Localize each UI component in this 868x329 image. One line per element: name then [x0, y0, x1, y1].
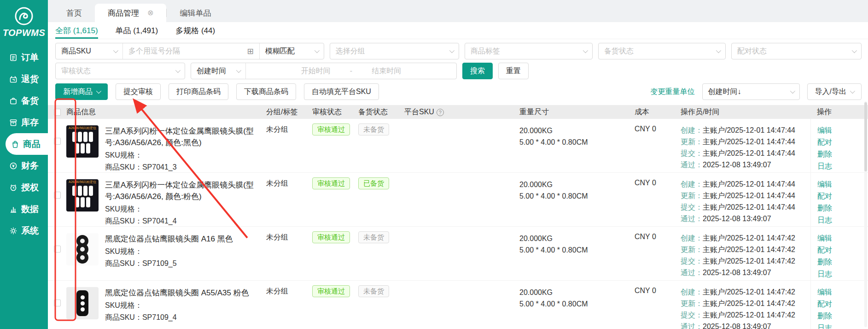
operator-value: 主账户/2025-12-01 14:47:42 [703, 311, 795, 319]
tag-select[interactable]: 商品标签 [465, 43, 593, 59]
sidebar-item-data[interactable]: 数据 [0, 198, 48, 220]
operator-label: 通过： [681, 161, 703, 169]
select-all-checkbox[interactable] [54, 109, 61, 116]
edit-link[interactable]: 编辑 [817, 286, 868, 298]
stock-status-badge: 未备货 [358, 285, 389, 297]
edit-link[interactable]: 编辑 [817, 178, 868, 190]
sidebar-item-products[interactable]: 商品 [6, 133, 48, 155]
pair-status-placeholder: 配对状态 [737, 47, 767, 56]
operator-value: 主账户/2025-12-01 14:47:44 [703, 138, 795, 146]
table-row: A26/36/56闪粉定位 三星A系列闪粉一体定位金属鹰眼镜头膜(型号:A36/… [48, 119, 868, 173]
scrollbar-thumb[interactable] [864, 102, 867, 171]
log-link[interactable]: 日志 [817, 214, 868, 226]
pair-link[interactable]: 配对 [817, 298, 868, 310]
main-area: 首页 商品管理 ⊗ 编辑单品 全部 (1,615) 单品 (1,491) 多规格… [48, 0, 868, 329]
row-checkbox[interactable] [54, 300, 61, 306]
stock-status-select[interactable]: 备货状态 [598, 43, 726, 59]
submit-audit-button[interactable]: 提交审核 [116, 83, 161, 100]
operator-label: 通过： [681, 215, 703, 223]
delete-link[interactable]: 删除 [817, 202, 868, 214]
pair-link[interactable]: 配对 [817, 244, 868, 256]
operator-value: 主账户/2025-12-01 14:47:42 [703, 300, 795, 307]
product-sku-value: SP7041_3 [142, 163, 177, 171]
sku-input[interactable] [128, 47, 244, 55]
inventory-icon [9, 118, 17, 127]
header-audit-status: 审核状态 [312, 107, 358, 117]
sidebar-item-inventory[interactable]: 库存 [0, 112, 48, 133]
sidebar: TOPWMS 订单 退货 备货 [0, 0, 48, 329]
date-range-input[interactable]: 开始时间 - 结束时间 [245, 63, 456, 79]
delete-link[interactable]: 删除 [817, 256, 868, 268]
pair-status-select[interactable]: 配对状态 [731, 43, 862, 59]
print-barcode-button[interactable]: 打印商品条码 [169, 83, 228, 100]
tab-edit-single-product[interactable]: 编辑单品 [167, 4, 224, 22]
table-row: A26/36/56闪粉定位 三星A系列闪粉一体定位金属鹰眼镜头膜(型号:A36/… [48, 173, 868, 227]
sku-type-select[interactable]: 商品SKU [56, 43, 122, 59]
operator-value: 主账户/2025-12-01 14:47:44 [703, 192, 795, 200]
log-link[interactable]: 日志 [817, 160, 868, 172]
sidebar-item-stock-prep[interactable]: 备货 [0, 90, 48, 112]
match-mode-select[interactable]: 模糊匹配 [259, 43, 324, 59]
close-tab-icon[interactable]: ⊗ [147, 9, 153, 17]
stock-status-cell: 已备货 [358, 173, 404, 226]
change-weight-unit-link[interactable]: 变更重量单位 [651, 87, 695, 97]
sidebar-item-returns[interactable]: 退货 [0, 68, 48, 90]
tab-product-management[interactable]: 商品管理 ⊗ [95, 4, 166, 22]
sort-select[interactable]: 创建时间↓ [702, 83, 800, 100]
row-checkbox[interactable] [54, 246, 61, 253]
stock-status-badge: 已备货 [358, 177, 389, 189]
filter-row-1: 商品SKU ⊞ 模糊匹配 选择分组 [55, 43, 862, 59]
sidebar-item-finance[interactable]: 财务 [0, 155, 48, 176]
product-sku-value: SP7109_4 [142, 313, 177, 321]
sidebar-item-system[interactable]: 系统 [0, 220, 48, 241]
search-button[interactable]: 搜索 [462, 63, 493, 79]
toolbar-right: 变更重量单位 创建时间↓ 导入/导出 [651, 83, 862, 100]
header-operator-time: 操作员/时间 [681, 107, 810, 117]
tab-label: 首页 [66, 8, 82, 18]
download-barcode-button[interactable]: 下载商品条码 [236, 83, 296, 100]
audit-status-badge: 审核通过 [312, 123, 350, 135]
sidebar-item-label: 订单 [21, 52, 39, 64]
sidebar-item-orders[interactable]: 订单 [0, 47, 48, 68]
operator-label: 更新： [681, 246, 703, 253]
subtab-all[interactable]: 全部 (1,615) [55, 22, 98, 39]
delete-link[interactable]: 删除 [817, 148, 868, 160]
log-link[interactable]: 日志 [817, 322, 868, 329]
logo: TOPWMS [0, 0, 48, 38]
audit-status-select[interactable]: 审核状态 [55, 63, 185, 79]
help-icon[interactable]: ? [437, 109, 444, 116]
edit-link[interactable]: 编辑 [817, 232, 868, 244]
table-header: 商品信息 分组/标签 审核状态 备货状态 平台SKU? 重量尺寸 成本 操作员/… [48, 105, 868, 119]
sidebar-menu: 订单 退货 备货 库存 [0, 47, 48, 241]
sidebar-item-label: 财务 [21, 160, 39, 172]
operation-cell: 编辑 配对 删除 日志 [810, 119, 868, 172]
pair-link[interactable]: 配对 [817, 190, 868, 202]
tab-home[interactable]: 首页 [53, 4, 95, 22]
reset-button[interactable]: 重置 [498, 63, 529, 79]
product-image [66, 287, 99, 319]
group-cell: 未分组 [266, 173, 312, 226]
weight-size-cell: 20.000KG 5.00 * 4.00 * 0.80CM [519, 119, 635, 172]
header-platform-sku: 平台SKU? [404, 107, 519, 117]
edit-link[interactable]: 编辑 [817, 124, 868, 136]
pair-link[interactable]: 配对 [817, 136, 868, 148]
operator-label: 创建： [681, 234, 703, 242]
row-checkbox[interactable] [54, 138, 61, 145]
operation-cell: 编辑 配对 删除 日志 [810, 173, 868, 226]
autofill-platform-sku-button[interactable]: 自动填充平台SKU [304, 83, 379, 100]
operator-value: 2025-12-08 13:49:07 [703, 269, 771, 276]
add-product-button[interactable]: 新增商品 [55, 83, 108, 100]
time-type-select[interactable]: 创建时间 [191, 63, 245, 79]
size-value: 5.00 * 4.00 * 0.80CM [519, 244, 635, 256]
subtab-multi-spec[interactable]: 多规格 (44) [175, 22, 215, 39]
row-checkbox[interactable] [54, 192, 61, 199]
delete-link[interactable]: 删除 [817, 310, 868, 322]
subtab-single[interactable]: 单品 (1,491) [116, 22, 158, 39]
group-select[interactable]: 选择分组 [330, 43, 459, 59]
log-link[interactable]: 日志 [817, 268, 868, 280]
match-mode-value: 模糊匹配 [265, 47, 295, 56]
batch-input-icon[interactable]: ⊞ [247, 47, 254, 56]
header-info: 商品信息 [66, 107, 266, 117]
import-export-button[interactable]: 导入/导出 [807, 83, 862, 100]
sidebar-item-authorization[interactable]: 授权 [0, 176, 48, 198]
